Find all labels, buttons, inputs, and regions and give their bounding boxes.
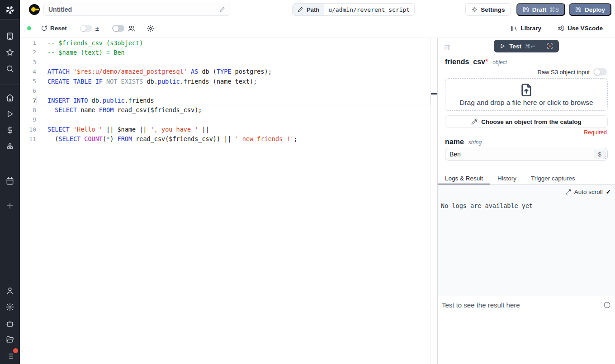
code-text[interactable]: INSERT INTO db.public.friends [36, 96, 430, 105]
status-dot [27, 26, 31, 30]
reset-button[interactable]: Reset [41, 25, 67, 32]
line-number[interactable]: 7 [20, 97, 36, 104]
library-button[interactable]: Library [511, 25, 541, 32]
code-line-1[interactable]: 1-- $friends_csv (s3object) [20, 38, 430, 47]
name-input[interactable] [449, 151, 591, 158]
collaborators-icon[interactable] [128, 24, 136, 33]
user-icon[interactable] [5, 286, 14, 295]
line-number[interactable]: 10 [20, 126, 36, 133]
favorites-star-icon[interactable] [5, 48, 14, 57]
workers-robot-icon[interactable] [5, 319, 14, 328]
code-line-11[interactable]: 11 (SELECT COUNT(*) FROM read_csv($frien… [20, 134, 430, 144]
code-token: .friends [125, 97, 154, 104]
code-line-5[interactable]: 5CREATE TABLE IF NOT EXISTS db.public.fr… [20, 76, 430, 86]
edit-title-pencil-icon[interactable] [219, 6, 225, 13]
code-text[interactable]: SELECT 'Hello ' || $name || ', you have … [36, 124, 430, 134]
info-icon[interactable] [603, 301, 611, 309]
autoscroll-label: Auto scroll [574, 189, 603, 195]
audit-logs-icon[interactable] [5, 351, 14, 360]
draft-button[interactable]: Draft ⌘S [516, 3, 565, 16]
windmill-logo[interactable] [0, 0, 20, 20]
code-token: TYPE [217, 68, 232, 75]
code-text[interactable] [36, 57, 430, 67]
diff-toggle-knob [80, 26, 86, 31]
path-chip[interactable]: Path u/admin/reverent_script [292, 3, 415, 16]
line-number[interactable]: 4 [20, 68, 36, 75]
code-token: SELECT [47, 126, 70, 133]
code-text[interactable]: -- $name (text) = Ben [36, 47, 430, 57]
tab-logs-result[interactable]: Logs & Result [438, 173, 490, 184]
code-editor[interactable]: 1-- $friends_csv (s3object)2-- $name (te… [20, 38, 430, 364]
line-number[interactable]: 5 [20, 78, 36, 85]
code-token: SELECT [55, 106, 77, 113]
editor-scroll-strip[interactable] [430, 38, 437, 364]
tab-trigger-captures[interactable]: Trigger captures [524, 173, 582, 184]
code-line-9[interactable]: 9 [20, 115, 430, 124]
library-icon [511, 25, 517, 32]
line-number[interactable]: 3 [20, 59, 36, 66]
code-token: -- $name (text) = Ben [47, 49, 125, 56]
workspace-icon[interactable] [5, 32, 14, 41]
code-token: ' new friends !' [235, 135, 294, 142]
code-text[interactable] [36, 86, 430, 95]
code-text[interactable]: CREATE TABLE IF NOT EXISTS db.public.fri… [36, 76, 430, 86]
code-line-8[interactable]: 8 SELECT name FROM read_csv($friends_csv… [20, 105, 430, 115]
code-line-7[interactable]: 7INSERT INTO db.public.friends [20, 96, 430, 105]
code-line-2[interactable]: 2-- $name (text) = Ben [20, 47, 430, 57]
use-vscode-button[interactable]: Use VScode [558, 25, 603, 32]
schedules-calendar-icon[interactable] [5, 176, 14, 185]
code-text[interactable]: SELECT name FROM read_csv($friends_csv); [36, 105, 430, 115]
expand-icon[interactable] [565, 189, 571, 195]
autoscroll-checkmark[interactable]: ✓ [606, 188, 611, 195]
code-token: ATTACH [47, 68, 70, 75]
settings-button[interactable]: Settings [465, 3, 511, 16]
arg-name-header: name string [438, 136, 615, 146]
line-number[interactable]: 11 [20, 136, 36, 142]
collab-toggle[interactable] [112, 25, 124, 32]
code-text[interactable]: ATTACH '$res:u/demo/amazed_postgresql' A… [36, 67, 430, 76]
home-icon[interactable] [5, 93, 14, 102]
code-line-4[interactable]: 4ATTACH '$res:u/demo/amazed_postgresql' … [20, 67, 430, 76]
resources-icon[interactable] [5, 142, 14, 151]
diff-toggle[interactable] [80, 25, 92, 32]
path-chip-label-section[interactable]: Path [293, 4, 324, 15]
line-number[interactable]: 6 [20, 87, 36, 94]
test-button[interactable]: Test ⌘↵ [494, 40, 541, 52]
script-title-field[interactable] [43, 4, 230, 16]
line-number[interactable]: 2 [20, 49, 36, 56]
result-tabs: Logs & ResultHistoryTrigger captures [438, 173, 615, 184]
dropzone-text: Drag and drop a file here or click to br… [459, 99, 593, 107]
code-line-3[interactable]: 3 [20, 57, 430, 67]
diff-plus-minus-icon: ± [95, 24, 99, 32]
name-field[interactable]: $ [445, 148, 608, 161]
line-number[interactable]: 9 [20, 116, 36, 123]
file-dropzone[interactable]: Drag and drop a file here or click to br… [445, 78, 608, 111]
pane-resize-grip[interactable] [431, 93, 437, 95]
raw-s3-toggle[interactable] [593, 68, 607, 76]
settings-gear-icon[interactable] [5, 303, 14, 312]
code-text[interactable] [36, 115, 430, 124]
editor-settings-gear-icon[interactable] [147, 24, 155, 33]
folders-icon[interactable] [5, 335, 14, 344]
line-number[interactable]: 8 [20, 107, 36, 113]
code-line-6[interactable]: 6 [20, 86, 430, 95]
code-text[interactable]: (SELECT COUNT(*) FROM read_csv($friends_… [36, 134, 430, 144]
runs-play-icon[interactable] [5, 109, 14, 118]
panel-collapse-icon[interactable] [444, 44, 451, 51]
duckdb-bill [36, 9, 39, 10]
choose-object-button[interactable]: Choose an object from the catalog [445, 115, 608, 128]
code-text[interactable]: -- $friends_csv (s3object) [36, 38, 430, 47]
capture-run-button[interactable] [541, 40, 559, 52]
tab-history[interactable]: History [490, 173, 524, 184]
code-token [47, 106, 55, 113]
code-line-10[interactable]: 10SELECT 'Hello ' || $name || ', you hav… [20, 124, 430, 134]
script-title-input[interactable] [48, 6, 219, 13]
create-plus-icon[interactable] [5, 201, 14, 210]
variables-dollar-icon[interactable] [5, 126, 14, 135]
line-number[interactable]: 1 [20, 39, 36, 46]
deploy-button[interactable]: Deploy [569, 3, 611, 16]
code-token [80, 135, 84, 142]
code-token: ; [294, 135, 298, 142]
resize-handle-icon[interactable] [603, 156, 607, 160]
search-icon[interactable] [5, 64, 14, 73]
